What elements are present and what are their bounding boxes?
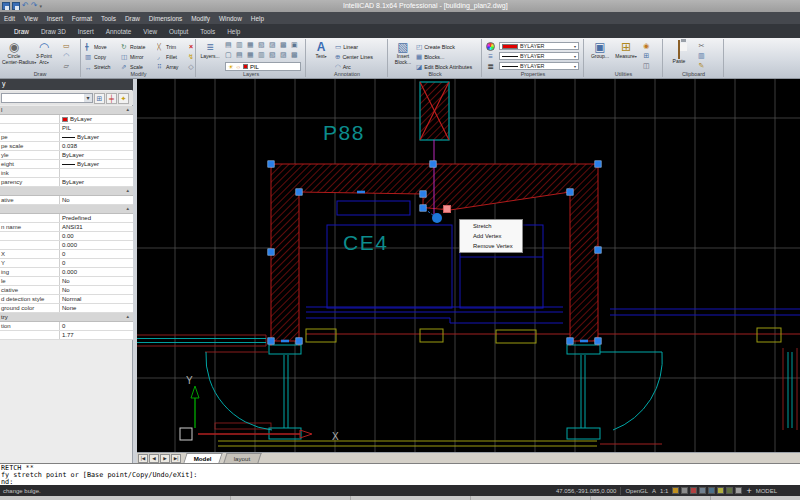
property-value[interactable]: 0 bbox=[59, 259, 133, 267]
grip[interactable] bbox=[268, 249, 274, 255]
mirror-button[interactable]: ◫Mirror bbox=[121, 52, 155, 62]
property-section-header[interactable] bbox=[0, 205, 133, 214]
ribbon-tab-view[interactable]: View bbox=[143, 28, 157, 35]
selection-combo[interactable] bbox=[1, 93, 93, 103]
blocks--button[interactable]: ▦Blocks... bbox=[416, 52, 480, 61]
grip[interactable] bbox=[595, 247, 601, 253]
property-section-header[interactable]: l bbox=[0, 106, 133, 115]
grip[interactable] bbox=[296, 189, 302, 195]
layer-tool-icon-4[interactable]: ▨ bbox=[269, 41, 280, 51]
linetype-icon[interactable]: ≡ bbox=[488, 53, 493, 61]
property-value[interactable]: ByLayer bbox=[59, 160, 133, 168]
undo-icon[interactable]: ↶ bbox=[22, 2, 29, 10]
property-value[interactable]: ByLayer bbox=[59, 133, 133, 141]
erase-icon[interactable]: × bbox=[189, 42, 193, 51]
menu-dimensions[interactable]: Dimensions bbox=[149, 15, 182, 22]
grip[interactable] bbox=[268, 161, 274, 167]
property-value[interactable]: 0.000 bbox=[59, 268, 133, 276]
last-tab-button[interactable]: ▶| bbox=[171, 454, 181, 463]
status-toggle-1[interactable] bbox=[681, 487, 688, 494]
layer-tool-icon-3[interactable]: ▧ bbox=[258, 41, 269, 51]
rectangle-tool-icon[interactable]: ▭ bbox=[63, 42, 70, 50]
group-button[interactable]: ▣ Group... bbox=[588, 41, 612, 60]
ribbon-tab-draw[interactable]: Draw bbox=[14, 28, 29, 35]
util-side-icon-0[interactable]: ◉ bbox=[643, 42, 649, 50]
layer-tool-icon-11[interactable]: ▧ bbox=[269, 51, 280, 61]
midpoint-grip[interactable] bbox=[281, 340, 289, 343]
command-window[interactable]: RETCH ** fy stretch point or [Base point… bbox=[0, 463, 800, 485]
menu-help[interactable]: Help bbox=[251, 15, 264, 22]
property-section-header[interactable]: try bbox=[0, 313, 133, 322]
property-value[interactable]: None bbox=[59, 304, 133, 312]
status-toggle-2[interactable] bbox=[690, 487, 697, 494]
tab-layout[interactable]: layout bbox=[223, 453, 261, 463]
layer-tool-icon-2[interactable]: ▦ bbox=[247, 41, 258, 51]
line-bylayer-combo-1[interactable]: BYLAYER▾ bbox=[499, 52, 579, 60]
property-value[interactable]: ByLayer bbox=[59, 151, 133, 159]
renderer-label[interactable]: OpenGL bbox=[625, 488, 648, 494]
tab-model[interactable]: Model bbox=[183, 453, 222, 463]
ribbon-tab-insert[interactable]: Insert bbox=[78, 28, 94, 35]
cursor-grip-dot[interactable] bbox=[432, 213, 442, 223]
property-value[interactable]: 1.77 bbox=[59, 331, 133, 339]
save-as-icon[interactable] bbox=[12, 2, 20, 10]
property-value[interactable]: PIL bbox=[59, 124, 133, 132]
layer-tool-icon-0[interactable]: ▤ bbox=[225, 41, 236, 51]
menu-edit[interactable]: Edit bbox=[4, 15, 15, 22]
copy-button[interactable]: ▥Copy bbox=[85, 52, 119, 62]
text-button[interactable]: A Text bbox=[309, 41, 333, 60]
quick-select-button[interactable]: ⊞ bbox=[94, 93, 105, 104]
menu-view[interactable]: View bbox=[24, 15, 38, 22]
linear-button[interactable]: ▭Linear bbox=[335, 42, 387, 51]
ribbon-tab-help[interactable]: Help bbox=[227, 28, 240, 35]
menu-window[interactable]: Window bbox=[219, 15, 242, 22]
property-value[interactable]: 0.038 bbox=[59, 142, 133, 150]
clip-side-icon-0[interactable]: ✂ bbox=[698, 42, 704, 50]
line-bylayer-combo-2[interactable]: BYLAYER▾ bbox=[499, 62, 579, 70]
insert-block-button[interactable]: ▧ Insert Block... bbox=[391, 41, 415, 65]
property-value[interactable]: 0 bbox=[59, 322, 133, 330]
plus-icon[interactable] bbox=[746, 486, 751, 496]
join-icon[interactable]: ◇ bbox=[188, 62, 193, 71]
save-icon[interactable] bbox=[2, 2, 10, 10]
layer-tool-icon-8[interactable]: ▤ bbox=[236, 51, 247, 61]
layer-tool-icon-6[interactable]: ▣ bbox=[291, 41, 302, 51]
property-value[interactable]: 0.000 bbox=[59, 241, 133, 249]
status-toggle-5[interactable] bbox=[717, 487, 724, 494]
property-value[interactable]: 0 bbox=[59, 250, 133, 258]
ribbon-tab-annotate[interactable]: Annotate bbox=[106, 28, 132, 35]
util-side-icon-2[interactable]: ◫ bbox=[643, 62, 650, 70]
grip[interactable] bbox=[567, 189, 573, 195]
circle-center-radius-button[interactable]: ◉ Circle Center-Radius bbox=[2, 41, 26, 65]
layer-tool-icon-13[interactable]: ▩ bbox=[291, 51, 302, 61]
color-wheel-icon[interactable] bbox=[486, 42, 495, 51]
midpoint-grip[interactable] bbox=[357, 191, 365, 194]
first-tab-button[interactable]: |◀ bbox=[138, 454, 148, 463]
property-value[interactable]: ByLayer bbox=[59, 178, 133, 186]
context-menu-item-add-vertex[interactable]: Add Vertex bbox=[460, 231, 522, 241]
annotation-icon[interactable]: A bbox=[652, 488, 656, 494]
status-toggle-4[interactable] bbox=[708, 487, 715, 494]
layer-tool-icon-12[interactable]: ▨ bbox=[280, 51, 291, 61]
layer-tool-icon-5[interactable]: ▩ bbox=[280, 41, 291, 51]
menu-insert[interactable]: Insert bbox=[47, 15, 63, 22]
property-value[interactable]: Predefined bbox=[59, 214, 133, 222]
next-tab-button[interactable]: ▶ bbox=[160, 454, 170, 463]
measure-button[interactable]: ⊞ Measure bbox=[614, 41, 638, 60]
redo-icon[interactable]: ↷ bbox=[31, 2, 38, 10]
rotate-button[interactable]: ↻Rotate bbox=[121, 42, 155, 52]
center-lines-button[interactable]: ⊕Center Lines bbox=[335, 52, 387, 61]
ellipse-tool-icon[interactable]: ◠ bbox=[63, 52, 69, 60]
menu-modify[interactable]: Modify bbox=[191, 15, 210, 22]
toggle-pickadd-button[interactable]: ✦ bbox=[118, 93, 129, 104]
util-side-icon-1[interactable]: ⊞ bbox=[643, 52, 649, 60]
layers-button[interactable]: ≡ Layers... bbox=[198, 41, 222, 60]
status-toggle-0[interactable] bbox=[672, 487, 679, 494]
grip[interactable] bbox=[595, 161, 601, 167]
move-button[interactable]: ╋Move bbox=[85, 42, 119, 52]
midpoint-grip[interactable] bbox=[580, 340, 588, 343]
lineweight-icon[interactable]: ≣ bbox=[487, 63, 494, 71]
polyline-tool-icon[interactable]: ▱ bbox=[64, 62, 69, 70]
color-bylayer-combo-0[interactable]: BYLAYER▾ bbox=[499, 42, 579, 50]
properties-panel-header[interactable]: y bbox=[0, 79, 133, 90]
